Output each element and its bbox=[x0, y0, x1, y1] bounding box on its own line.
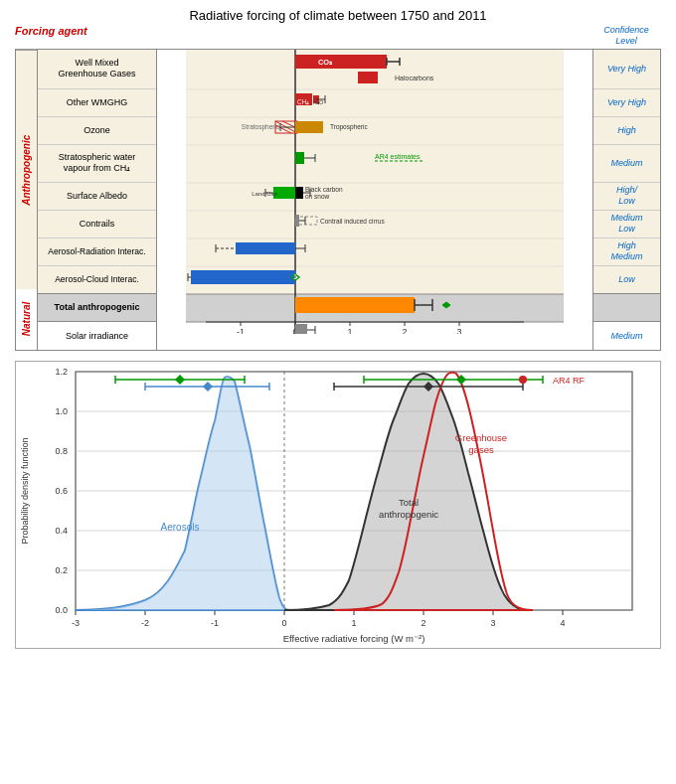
svg-text:CH₄: CH₄ bbox=[297, 98, 309, 105]
svg-rect-1 bbox=[186, 89, 564, 117]
svg-rect-87 bbox=[295, 324, 307, 334]
svg-text:-1: -1 bbox=[237, 327, 245, 334]
svg-text:Aerosols: Aerosols bbox=[161, 522, 200, 533]
svg-text:0.4: 0.4 bbox=[55, 526, 68, 536]
svg-text:gases: gases bbox=[468, 444, 494, 455]
svg-text:3: 3 bbox=[490, 618, 495, 628]
svg-text:AR4 estimates: AR4 estimates bbox=[375, 153, 421, 160]
svg-text:2: 2 bbox=[402, 327, 407, 334]
row-label-wmghg2: Other WMGHG bbox=[38, 89, 156, 117]
svg-text:Halocarbons: Halocarbons bbox=[395, 75, 434, 81]
svg-rect-36 bbox=[358, 72, 378, 83]
svg-text:-2: -2 bbox=[141, 618, 149, 628]
svg-rect-3 bbox=[186, 145, 564, 183]
conf-aerosol-rad: HighMedium bbox=[593, 238, 660, 266]
svg-rect-49 bbox=[295, 121, 323, 133]
chart-title: Radiative forcing of climate between 175… bbox=[10, 8, 666, 23]
conf-contrails: MediumLow bbox=[593, 211, 660, 238]
bottom-chart-svg: 0.0 0.2 0.4 0.6 0.8 1.0 1.2 Probability … bbox=[16, 362, 662, 650]
svg-text:Greenhouse: Greenhouse bbox=[455, 432, 507, 443]
natural-label: Natural bbox=[16, 289, 37, 349]
confidence-level-header: ConfidenceLevel bbox=[592, 25, 661, 47]
svg-rect-31 bbox=[295, 55, 387, 69]
svg-text:0: 0 bbox=[281, 618, 286, 628]
svg-text:Tropospheric: Tropospheric bbox=[330, 123, 368, 131]
svg-text:Contrail induced cirrus: Contrail induced cirrus bbox=[320, 218, 385, 225]
conf-aerosol-cloud: Low bbox=[593, 266, 660, 294]
conf-wmghg: Very High bbox=[593, 50, 660, 89]
row-label-aerosol-rad: Aerosol-Radiation Interac. bbox=[38, 238, 156, 266]
svg-text:Land Use: Land Use bbox=[252, 191, 277, 197]
svg-text:1.0: 1.0 bbox=[55, 406, 68, 416]
row-label-solar: Solar irradiance bbox=[38, 322, 156, 350]
svg-text:AR4 RF: AR4 RF bbox=[553, 376, 586, 386]
row-label-contrails: Contrails bbox=[38, 211, 156, 238]
svg-rect-82 bbox=[295, 297, 415, 313]
svg-rect-53 bbox=[295, 152, 304, 164]
svg-rect-2 bbox=[186, 117, 564, 145]
svg-text:Probability density function: Probability density function bbox=[20, 437, 30, 544]
svg-rect-5 bbox=[186, 211, 564, 238]
svg-text:4: 4 bbox=[560, 618, 565, 628]
svg-text:Effective radiative forcing (W: Effective radiative forcing (W m⁻²) bbox=[283, 633, 425, 644]
main-container: Radiative forcing of climate between 175… bbox=[0, 0, 676, 657]
svg-text:0.6: 0.6 bbox=[55, 486, 68, 496]
svg-text:N₂O: N₂O bbox=[313, 99, 324, 105]
svg-text:0.0: 0.0 bbox=[55, 605, 68, 615]
bar-chart-svg: -1 0 1 2 3 CO₂ Ha bbox=[157, 50, 592, 334]
svg-text:-1: -1 bbox=[211, 618, 219, 628]
svg-rect-72 bbox=[236, 242, 295, 254]
svg-text:0.8: 0.8 bbox=[55, 446, 68, 456]
svg-text:1.2: 1.2 bbox=[55, 367, 68, 377]
conf-total bbox=[593, 294, 660, 322]
conf-strat: Medium bbox=[593, 145, 660, 183]
row-label-wmghg: Well MixedGreenhouse Gases bbox=[38, 50, 156, 89]
svg-text:Black carbon: Black carbon bbox=[305, 186, 343, 193]
row-label-total-anthro: Total anthropogenic bbox=[38, 294, 156, 322]
row-label-aerosol-cloud: Aerosol-Cloud Interac. bbox=[38, 266, 156, 294]
svg-text:0.2: 0.2 bbox=[55, 565, 68, 575]
svg-text:on snow: on snow bbox=[305, 193, 330, 200]
row-label-strat-water: Stratospheric watervapour from CH₄ bbox=[38, 145, 156, 183]
forcing-agent-label: Forcing agent bbox=[15, 25, 144, 37]
svg-text:1: 1 bbox=[347, 327, 352, 334]
svg-point-142 bbox=[519, 376, 527, 384]
svg-text:1: 1 bbox=[293, 273, 297, 280]
svg-text:3: 3 bbox=[456, 327, 461, 334]
conf-albedo: High/Low bbox=[593, 183, 660, 211]
svg-text:Stratospheric: Stratospheric bbox=[242, 123, 280, 131]
svg-text:1: 1 bbox=[351, 618, 356, 628]
row-label-surface-albedo: Surface Albedo bbox=[38, 183, 156, 211]
svg-text:Total: Total bbox=[399, 497, 419, 508]
conf-ozone: High bbox=[593, 117, 660, 145]
anthropogenic-label: Anthropogenic bbox=[16, 50, 37, 290]
conf-wmghg2: Very High bbox=[593, 89, 660, 117]
bottom-chart: 0.0 0.2 0.4 0.6 0.8 1.0 1.2 Probability … bbox=[15, 361, 661, 649]
svg-rect-60 bbox=[295, 187, 303, 199]
svg-text:2: 2 bbox=[421, 618, 425, 628]
svg-rect-4 bbox=[186, 183, 564, 211]
svg-text:CO₂: CO₂ bbox=[318, 58, 333, 67]
svg-text:-3: -3 bbox=[72, 618, 80, 628]
conf-solar: Medium bbox=[593, 322, 660, 350]
svg-rect-77 bbox=[191, 270, 295, 284]
svg-text:anthropogenic: anthropogenic bbox=[379, 509, 438, 520]
row-label-ozone: Ozone bbox=[38, 117, 156, 145]
